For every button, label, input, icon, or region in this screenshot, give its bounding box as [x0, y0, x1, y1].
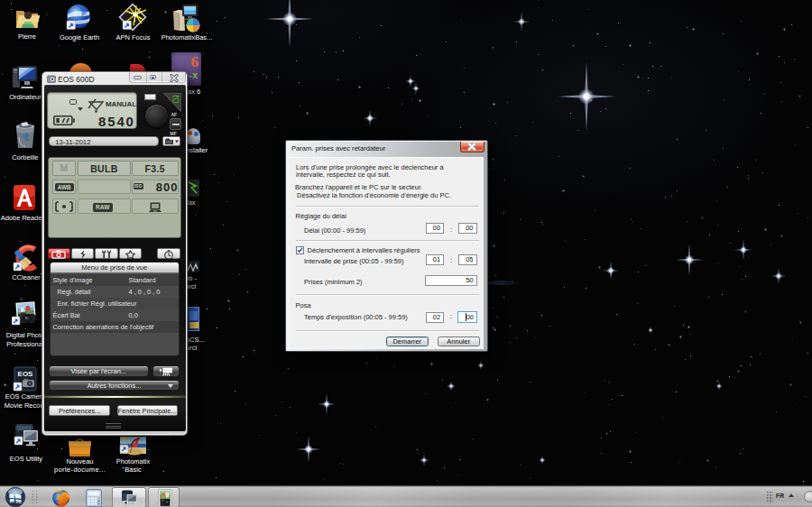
svg-text:EOS: EOS — [18, 370, 34, 378]
